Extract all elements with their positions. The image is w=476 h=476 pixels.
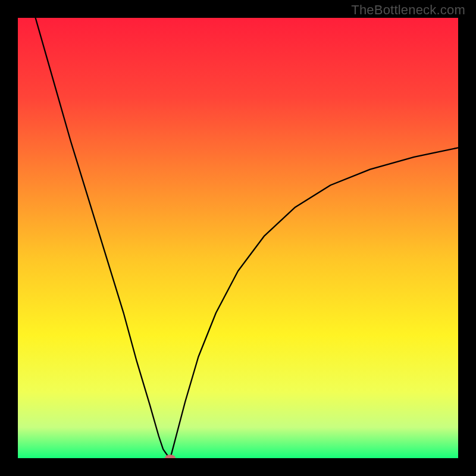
plot-area (18, 18, 458, 458)
chart-stage: TheBottleneck.com (0, 0, 476, 476)
gradient-background (18, 18, 458, 458)
watermark-text: TheBottleneck.com (351, 2, 465, 18)
chart-svg (18, 18, 458, 458)
